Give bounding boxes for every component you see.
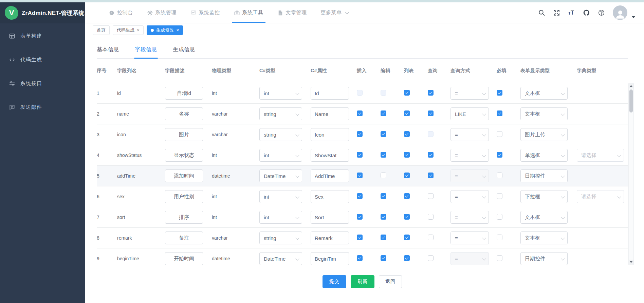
query-checkbox[interactable] xyxy=(428,173,434,178)
display-type-select[interactable]: 文本框 xyxy=(520,211,568,224)
required-checkbox[interactable] xyxy=(497,90,502,96)
tag-close-icon[interactable]: × xyxy=(176,28,179,33)
tag-close-icon[interactable]: × xyxy=(137,28,140,33)
cs-type-select[interactable]: int xyxy=(259,211,302,224)
required-checkbox[interactable] xyxy=(497,152,502,158)
required-checkbox[interactable] xyxy=(497,193,502,199)
cs-type-select[interactable]: DateTime xyxy=(259,169,302,182)
field-desc-input[interactable] xyxy=(165,169,203,182)
required-checkbox[interactable] xyxy=(497,255,502,261)
table-scrollbar[interactable] xyxy=(628,83,634,265)
cs-property-input[interactable] xyxy=(311,149,349,162)
help-icon[interactable] xyxy=(598,9,605,16)
tag-item[interactable]: 首页 xyxy=(93,25,110,35)
cs-property-input[interactable] xyxy=(311,128,349,141)
required-checkbox[interactable] xyxy=(497,110,502,116)
dict-type-select[interactable]: 请选择 xyxy=(577,190,624,203)
query-checkbox[interactable] xyxy=(428,255,434,261)
topnav-item-article-manage[interactable]: 文章管理 xyxy=(277,2,307,23)
cs-type-select[interactable]: string xyxy=(259,107,302,120)
fullscreen-icon[interactable] xyxy=(553,9,560,16)
cs-type-select[interactable]: string xyxy=(259,231,302,244)
display-type-select[interactable]: 日期控件 xyxy=(520,169,568,182)
field-desc-input[interactable] xyxy=(165,107,203,120)
cs-property-input[interactable] xyxy=(311,169,349,182)
display-type-select[interactable]: 文本框 xyxy=(520,231,568,244)
query-checkbox[interactable] xyxy=(428,152,434,158)
insert-checkbox[interactable] xyxy=(357,255,363,261)
query-checkbox[interactable] xyxy=(428,110,434,116)
display-type-select[interactable]: 文本框 xyxy=(520,87,568,100)
query-mode-select[interactable]: = xyxy=(450,87,489,100)
edit-checkbox[interactable] xyxy=(381,235,386,240)
scroll-up-button[interactable] xyxy=(629,83,633,88)
edit-checkbox[interactable] xyxy=(381,255,386,261)
sidebar-item-form-builder[interactable]: 表单构建 xyxy=(0,24,85,48)
collapse-sidebar-icon[interactable] xyxy=(93,9,101,17)
insert-checkbox[interactable] xyxy=(357,235,363,240)
cs-type-select[interactable]: string xyxy=(259,128,302,141)
edit-checkbox[interactable] xyxy=(381,214,386,220)
edit-checkbox[interactable] xyxy=(381,152,386,158)
field-desc-input[interactable] xyxy=(165,87,203,100)
insert-checkbox[interactable] xyxy=(357,173,363,178)
avatar-dropdown-caret[interactable] xyxy=(632,16,635,18)
edit-checkbox[interactable] xyxy=(381,173,386,178)
list-checkbox[interactable] xyxy=(404,110,410,116)
list-checkbox[interactable] xyxy=(404,255,410,261)
required-checkbox[interactable] xyxy=(497,235,502,240)
cs-type-select[interactable]: int xyxy=(259,149,302,162)
tab-basic-info[interactable]: 基本信息 xyxy=(97,46,119,58)
required-checkbox[interactable] xyxy=(497,173,502,178)
cs-type-select[interactable]: DateTime xyxy=(259,252,302,265)
list-checkbox[interactable] xyxy=(404,235,410,240)
query-checkbox[interactable] xyxy=(428,235,434,240)
tab-gen-info[interactable]: 生成信息 xyxy=(173,46,195,58)
query-mode-select[interactable]: = xyxy=(450,128,489,141)
cs-type-select[interactable]: int xyxy=(259,190,302,203)
list-checkbox[interactable] xyxy=(404,131,410,137)
field-desc-input[interactable] xyxy=(165,190,203,203)
sidebar-item-code-gen[interactable]: 代码生成 xyxy=(0,48,85,72)
cs-property-input[interactable] xyxy=(311,87,349,100)
edit-checkbox[interactable] xyxy=(381,110,386,116)
github-icon[interactable] xyxy=(583,9,590,16)
edit-checkbox[interactable] xyxy=(381,193,386,199)
insert-checkbox[interactable] xyxy=(357,214,363,220)
topnav-item-system-manage[interactable]: 系统管理 xyxy=(147,2,177,23)
list-checkbox[interactable] xyxy=(404,90,410,96)
list-checkbox[interactable] xyxy=(404,214,410,220)
topnav-item-more-menu[interactable]: 更多菜单 xyxy=(321,2,348,23)
query-mode-select[interactable]: = xyxy=(450,211,489,224)
field-desc-input[interactable] xyxy=(165,252,203,265)
sidebar-item-system-api[interactable]: 系统接口 xyxy=(0,72,85,95)
list-checkbox[interactable] xyxy=(404,173,410,178)
query-mode-select[interactable]: = xyxy=(450,149,489,162)
back-button[interactable]: 返回 xyxy=(379,275,402,288)
topnav-item-system-tools[interactable]: 系统工具 xyxy=(234,2,263,23)
cs-property-input[interactable] xyxy=(311,107,349,120)
insert-checkbox[interactable] xyxy=(357,193,363,199)
submit-button[interactable]: 提交 xyxy=(323,275,346,288)
tag-active[interactable]: 生成修改× xyxy=(147,25,183,35)
edit-checkbox[interactable] xyxy=(381,131,386,137)
fontsize-icon[interactable]: TT xyxy=(568,9,575,16)
tab-field-info[interactable]: 字段信息 xyxy=(135,46,157,58)
display-type-select[interactable]: 图片上传 xyxy=(520,128,568,141)
query-mode-select[interactable]: LIKE xyxy=(450,107,489,120)
field-desc-input[interactable] xyxy=(165,211,203,224)
query-checkbox[interactable] xyxy=(428,90,434,96)
search-icon[interactable] xyxy=(538,9,545,16)
query-checkbox[interactable] xyxy=(428,214,434,220)
display-type-select[interactable]: 日期控件 xyxy=(520,252,568,265)
list-checkbox[interactable] xyxy=(404,193,410,199)
display-type-select[interactable]: 下拉框 xyxy=(520,190,568,203)
scroll-down-button[interactable] xyxy=(629,260,633,265)
insert-checkbox[interactable] xyxy=(357,131,363,137)
field-desc-input[interactable] xyxy=(165,128,203,141)
topnav-item-system-monitor[interactable]: 系统监控 xyxy=(190,2,220,23)
cs-property-input[interactable] xyxy=(311,252,349,265)
refresh-button[interactable]: 刷新 xyxy=(351,275,374,288)
field-desc-input[interactable] xyxy=(165,231,203,244)
tag-item[interactable]: 代码生成× xyxy=(113,25,144,35)
